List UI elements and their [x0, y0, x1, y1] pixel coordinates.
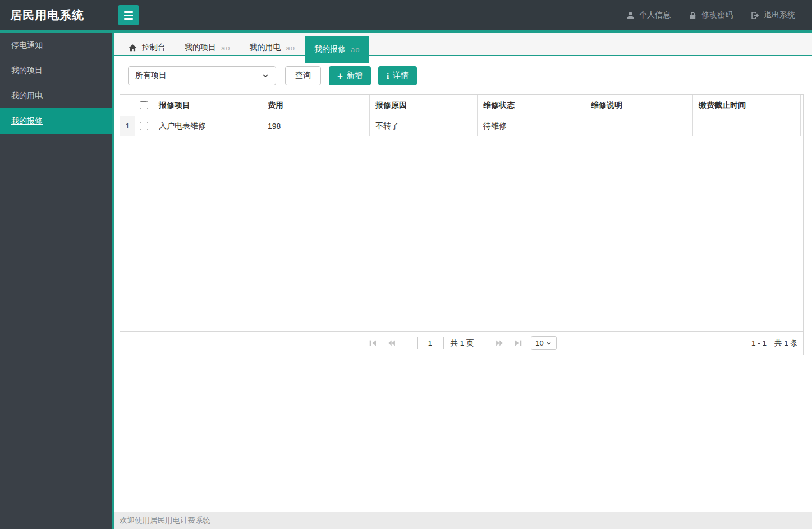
cell-deadline: [693, 116, 801, 136]
sidebar-item-my-projects[interactable]: 我的项目: [0, 58, 112, 83]
row-spacer: [801, 116, 803, 136]
query-button[interactable]: 查询: [285, 66, 321, 85]
profile-label: 个人信息: [639, 10, 671, 20]
tab-close-icon[interactable]: ao: [286, 44, 295, 52]
chevron-down-icon: [262, 72, 269, 79]
sidebar-item-label: 我的项目: [11, 66, 43, 76]
prev-page-button[interactable]: [385, 337, 397, 349]
tab-label: 我的报修: [314, 44, 346, 54]
last-page-button[interactable]: [512, 337, 524, 349]
app-window: 居民用电系统 个人信息 修改密码 退出系统 停电通知: [0, 0, 812, 529]
row-checkbox[interactable]: [140, 122, 148, 130]
select-all-cell: [135, 95, 153, 116]
rownum-header-cell: [120, 95, 135, 116]
table-row[interactable]: 1 入户电表维修 198 不转了 待维修: [120, 116, 803, 136]
page-size-value: 10: [535, 339, 543, 347]
lock-icon: [689, 11, 697, 20]
pager-divider: [484, 337, 484, 349]
tab-bar: 控制台 我的项目 ao 我的用电 ao 我的报修 ao: [114, 33, 812, 56]
tab-label: 我的用电: [249, 43, 281, 53]
sidebar-item-label: 我的报修: [11, 116, 43, 126]
tab-my-electricity[interactable]: 我的用电 ao: [240, 36, 304, 59]
sidebar-item-label: 停电通知: [11, 40, 43, 50]
cell-cost: 198: [262, 116, 370, 136]
logout-icon: [751, 11, 759, 20]
query-button-label: 查询: [295, 71, 311, 81]
home-icon: [129, 44, 137, 52]
info-icon: i: [387, 72, 389, 80]
pager-record-info: 1 - 1 共 1 条: [751, 332, 798, 355]
column-header-reason[interactable]: 报修原因: [370, 95, 478, 116]
tab-label: 控制台: [142, 43, 166, 53]
user-menu: 个人信息 修改密码 退出系统: [626, 10, 812, 20]
record-total-label: 共 1 条: [774, 338, 798, 348]
first-page-button[interactable]: [366, 337, 378, 349]
pager-divider: [406, 337, 407, 349]
cell-note: [585, 116, 693, 136]
total-pages-label: 共 1 页: [450, 338, 474, 348]
status-bar: 欢迎使用居民用电计费系统: [114, 512, 812, 529]
plus-icon: +: [337, 71, 343, 81]
toolbar: 所有项目 查询 + 新增 i 详情: [128, 66, 812, 85]
sidebar-item-outage-notice[interactable]: 停电通知: [0, 33, 112, 58]
select-all-checkbox[interactable]: [140, 101, 148, 109]
change-password-label: 修改密码: [701, 10, 733, 20]
sidebar-item-label: 我的用电: [11, 91, 43, 101]
column-header-repair-item[interactable]: 报修项目: [153, 95, 262, 116]
logout-label: 退出系统: [764, 10, 795, 20]
cell-repair-item: 入户电表维修: [153, 116, 262, 136]
grid-header-row: 报修项目 费用 报修原因 维修状态 维修说明 缴费截止时间: [120, 95, 803, 116]
app-title: 居民用电系统: [10, 7, 118, 23]
top-header: 居民用电系统 个人信息 修改密码 退出系统: [0, 0, 812, 33]
next-page-button[interactable]: [494, 337, 506, 349]
profile-link[interactable]: 个人信息: [626, 10, 671, 20]
sidebar-item-my-repairs[interactable]: 我的报修: [0, 108, 112, 134]
project-filter-select[interactable]: 所有项目: [128, 66, 276, 85]
change-password-link[interactable]: 修改密码: [689, 10, 733, 20]
page-size-select[interactable]: 10: [531, 336, 557, 350]
logout-link[interactable]: 退出系统: [751, 10, 795, 20]
detail-button[interactable]: i 详情: [378, 66, 417, 85]
column-header-status[interactable]: 维修状态: [478, 95, 585, 116]
cell-reason: 不转了: [370, 116, 478, 136]
repairs-grid: 报修项目 费用 报修原因 维修状态 维修说明 缴费截止时间 1 入户电表维修 1…: [120, 94, 804, 355]
prev-page-icon: [386, 338, 396, 348]
tab-my-repairs[interactable]: 我的报修 ao: [305, 36, 369, 63]
next-page-icon: [495, 338, 504, 348]
record-range-label: 1 - 1: [751, 339, 767, 347]
project-filter-value: 所有项目: [135, 71, 167, 81]
sidebar-toggle-button[interactable]: [118, 5, 139, 25]
tab-label: 我的项目: [185, 43, 216, 53]
user-icon: [626, 11, 635, 20]
last-page-icon: [513, 338, 523, 348]
tab-close-icon[interactable]: ao: [221, 44, 230, 52]
page-number-input[interactable]: [416, 337, 443, 349]
grid-empty-area: [120, 136, 803, 331]
tab-console[interactable]: 控制台: [119, 36, 175, 59]
main-content: 控制台 我的项目 ao 我的用电 ao 我的报修 ao 所有项目: [112, 33, 812, 529]
sidebar: 停电通知 我的项目 我的用电 我的报修: [0, 33, 112, 529]
row-number-cell: 1: [120, 116, 135, 136]
column-header-cost[interactable]: 费用: [262, 95, 370, 116]
column-header-note[interactable]: 维修说明: [585, 95, 693, 116]
pager-bar: 共 1 页 10 1 - 1: [120, 331, 803, 355]
tab-close-icon[interactable]: ao: [351, 45, 360, 54]
add-button-label: 新增: [347, 71, 363, 81]
header-spacer: [801, 95, 803, 116]
add-button[interactable]: + 新增: [329, 66, 371, 85]
row-select-cell: [135, 116, 153, 136]
sidebar-item-my-electricity[interactable]: 我的用电: [0, 83, 112, 108]
first-page-icon: [368, 338, 377, 348]
column-header-deadline[interactable]: 缴费截止时间: [693, 95, 801, 116]
cell-status: 待维修: [478, 116, 585, 136]
status-bar-text: 欢迎使用居民用电计费系统: [120, 516, 210, 526]
chevron-down-icon: [546, 341, 552, 346]
detail-button-label: 详情: [393, 71, 409, 81]
tab-my-projects[interactable]: 我的项目 ao: [175, 36, 240, 59]
